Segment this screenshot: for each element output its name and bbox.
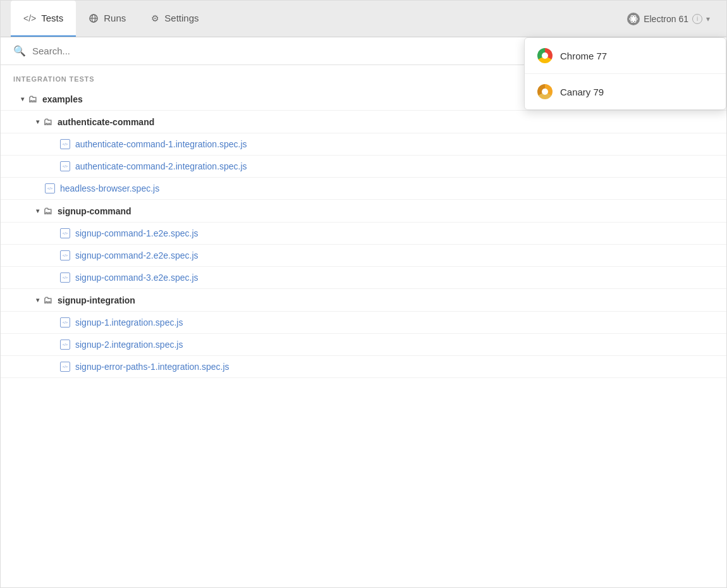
chevron-down-icon: ▾ — [706, 15, 710, 23]
file-headless-browser[interactable]: headless-browser.spec.js — [1, 178, 726, 200]
file-signup-2[interactable]: signup-2.integration.spec.js — [1, 334, 726, 356]
file-signup-cmd-3[interactable]: signup-command-3.e2e.spec.js — [1, 267, 726, 289]
file-signup-error-1-label: signup-error-paths-1.integration.spec.js — [75, 362, 229, 372]
browser-option-canary[interactable]: Canary 79 — [525, 74, 726, 109]
app-container: </> Tests Runs ⚙ Settings — [0, 0, 727, 588]
folder-signup-integration-label: signup-integration — [58, 295, 135, 305]
folder-authenticate-command[interactable]: ▾ 🗂 authenticate-command — [1, 111, 726, 133]
info-icon[interactable]: i — [692, 14, 702, 24]
canary-icon — [537, 84, 553, 99]
gear-icon: ⚙ — [151, 13, 159, 23]
file-auth-cmd-1-label: authenticate-command-1.integration.spec.… — [75, 139, 247, 149]
file-signup-1-label: signup-1.integration.spec.js — [75, 317, 183, 328]
browser-dropdown: Chrome 77 Canary 79 — [524, 37, 726, 110]
folder-icon-authenticate: 🗂 — [43, 116, 52, 127]
file-signup-error-1[interactable]: signup-error-paths-1.integration.spec.js — [1, 356, 726, 378]
browser-option-chrome[interactable]: Chrome 77 — [525, 38, 726, 74]
runs-icon — [89, 13, 99, 23]
folder-icon-signup-integration: 🗂 — [43, 295, 52, 305]
file-signup-1[interactable]: signup-1.integration.spec.js — [1, 312, 726, 334]
file-icon-headless-browser — [45, 183, 55, 193]
tab-runs-label: Runs — [104, 13, 126, 23]
chevron-signup-integration: ▾ — [36, 297, 39, 303]
file-auth-cmd-1[interactable]: authenticate-command-1.integration.spec.… — [1, 133, 726, 156]
file-auth-cmd-2[interactable]: authenticate-command-2.integration.spec.… — [1, 156, 726, 178]
folder-signup-command-label: signup-command — [58, 206, 131, 216]
tab-tests[interactable]: </> Tests — [11, 1, 76, 37]
header-right: Electron 61 i ▾ — [621, 9, 716, 29]
file-headless-browser-label: headless-browser.spec.js — [60, 183, 159, 193]
electron-icon — [627, 13, 640, 25]
folder-authenticate-label: authenticate-command — [58, 117, 154, 127]
file-icon-signup-cmd-2 — [60, 250, 70, 260]
file-icon-signup-cmd-3 — [60, 273, 70, 283]
folder-icon-examples: 🗂 — [28, 94, 37, 104]
file-signup-cmd-3-label: signup-command-3.e2e.spec.js — [75, 273, 199, 283]
search-icon: 🔍 — [13, 45, 26, 57]
chrome-icon — [537, 48, 553, 63]
folder-signup-integration[interactable]: ▾ 🗂 signup-integration — [1, 289, 726, 312]
tab-tests-label: Tests — [41, 13, 63, 23]
file-signup-cmd-2-label: signup-command-2.e2e.spec.js — [75, 250, 199, 260]
browser-selector-label: Electron 61 — [644, 14, 688, 24]
file-icon-auth-cmd-1 — [60, 139, 70, 149]
file-signup-cmd-1-label: signup-command-1.e2e.spec.js — [75, 228, 199, 238]
chevron-signup-command: ▾ — [36, 207, 39, 214]
chevron-authenticate: ▾ — [36, 118, 39, 125]
canary-option-label: Canary 79 — [560, 87, 604, 97]
tab-settings[interactable]: ⚙ Settings — [138, 1, 211, 37]
file-icon-signup-2 — [60, 340, 70, 350]
folder-icon-signup-command: 🗂 — [43, 205, 52, 216]
file-signup-cmd-1[interactable]: signup-command-1.e2e.spec.js — [1, 223, 726, 245]
tab-runs[interactable]: Runs — [76, 1, 138, 37]
file-tree: INTEGRATION TESTS ▾ 🗂 examples ▾ 🗂 authe… — [1, 65, 726, 587]
chevron-examples: ▾ — [21, 95, 24, 102]
file-signup-cmd-2[interactable]: signup-command-2.e2e.spec.js — [1, 245, 726, 267]
file-auth-cmd-2-label: authenticate-command-2.integration.spec.… — [75, 161, 247, 171]
folder-signup-command[interactable]: ▾ 🗂 signup-command — [1, 200, 726, 223]
file-icon-signup-1 — [60, 317, 70, 328]
tests-icon: </> — [23, 13, 36, 23]
browser-selector[interactable]: Electron 61 i ▾ — [621, 9, 716, 29]
file-icon-signup-error-1 — [60, 362, 70, 372]
file-signup-2-label: signup-2.integration.spec.js — [75, 340, 183, 350]
header: </> Tests Runs ⚙ Settings — [1, 1, 726, 37]
file-icon-signup-cmd-1 — [60, 228, 70, 238]
folder-examples-label: examples — [42, 94, 83, 104]
tab-settings-label: Settings — [164, 13, 199, 23]
file-icon-auth-cmd-2 — [60, 161, 70, 171]
chrome-option-label: Chrome 77 — [560, 51, 607, 61]
